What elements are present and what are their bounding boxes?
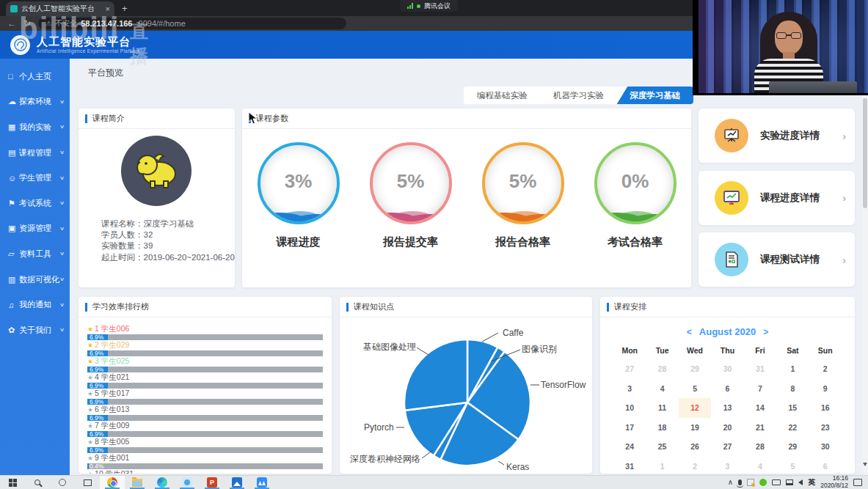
back-icon[interactable]: ← [7, 19, 16, 28]
tab-programming-basics[interactable]: 编程基础实验 [464, 87, 540, 104]
calendar-day[interactable]: 26 [679, 437, 711, 457]
calendar-day[interactable]: 27 [711, 437, 743, 457]
calendar-day[interactable]: 21 [744, 418, 776, 438]
calendar-day[interactable]: 5 [776, 457, 809, 474]
meeting-indicator[interactable]: 腾讯会议 [400, 0, 458, 12]
calendar-next-button[interactable]: > [763, 327, 768, 337]
calendar-day[interactable]: 6 [809, 457, 842, 474]
calendar-month-label: August 2020 [699, 326, 756, 337]
sidebar-item-about-us[interactable]: ✿关于我们∨ [0, 317, 70, 343]
sidebar-item-course-mgmt[interactable]: ▤课程管理∨ [0, 140, 70, 166]
calendar-day[interactable]: 25 [646, 437, 678, 457]
calendar-day[interactable]: 9 [809, 379, 842, 399]
calendar-day[interactable]: 31 [744, 359, 776, 379]
efficiency-value: 6.9% [90, 431, 103, 437]
calendar-day[interactable]: 30 [809, 437, 842, 457]
calendar-day[interactable]: 4 [744, 457, 776, 474]
calendar-day[interactable]: 2 [679, 457, 711, 474]
ranking-list: ★1 学生0066.9%★2 学生0296.9%★3 学生0256.9%★4 学… [87, 325, 323, 474]
detail-card-course-progress[interactable]: 课程进度详情› [699, 171, 855, 225]
sidebar-item-data-tools[interactable]: ▱资料工具∨ [0, 241, 70, 267]
task-view-button[interactable] [75, 476, 100, 489]
browser-tab[interactable]: 云创人工智能实验平台 × [6, 1, 114, 16]
sidebar-item-label: 资料工具 [19, 249, 60, 260]
page-scrollbar[interactable] [862, 31, 868, 475]
calendar-day[interactable]: 27 [613, 359, 646, 379]
taskbar-app-chrome[interactable] [100, 476, 125, 489]
calendar-day[interactable]: 3 [711, 457, 743, 474]
calendar-day[interactable]: 4 [646, 379, 678, 399]
scrollbar-thumb[interactable] [863, 98, 867, 208]
sidebar-item-resource-mgmt[interactable]: ▣资源管理∨ [0, 216, 70, 242]
tab-close-icon[interactable]: × [106, 4, 110, 13]
new-tab-button[interactable]: + [122, 3, 128, 14]
calendar-day[interactable]: 23 [809, 418, 842, 438]
calendar-day[interactable]: 22 [776, 418, 809, 438]
sidebar-item-home[interactable]: □个人主页 [0, 64, 70, 89]
calendar-day-today[interactable]: 12 [679, 398, 711, 418]
calendar-day[interactable]: 11 [646, 398, 678, 418]
reload-icon[interactable]: ↻ [23, 19, 31, 28]
sidebar-item-exam-system[interactable]: ⚑考试系统∨ [0, 191, 70, 216]
calendar-day[interactable]: 1 [776, 359, 809, 379]
detail-card-experiment-progress[interactable]: 实验进度详情› [699, 109, 855, 163]
calendar-day[interactable]: 6 [711, 379, 743, 399]
start-button[interactable] [0, 476, 25, 489]
calendar-day[interactable]: 24 [613, 437, 646, 457]
calendar-day[interactable]: 7 [744, 379, 776, 399]
student-name: 学生005 [101, 437, 130, 446]
volume-icon[interactable] [798, 479, 803, 485]
calendar-day[interactable]: 28 [744, 437, 776, 457]
microphone-icon[interactable] [738, 479, 742, 485]
address-bar[interactable]: ⚠ 不安全 58.213.47.166 :9094/#/home [38, 18, 346, 29]
calendar-day[interactable]: 13 [711, 398, 743, 418]
search-button[interactable] [25, 476, 50, 489]
hidden-icons-chevron-icon[interactable]: ∧ [728, 479, 733, 486]
calendar-day[interactable]: 18 [646, 418, 678, 438]
sidebar-item-explore-env[interactable]: ☁探索环境∨ [0, 89, 70, 115]
tab-deep-learning[interactable]: 深度学习基础 [617, 87, 693, 104]
tray-app-icon[interactable] [747, 479, 754, 486]
calendar-day[interactable]: 10 [613, 398, 646, 418]
calendar-day[interactable]: 17 [613, 418, 646, 438]
calendar-day[interactable]: 5 [679, 379, 711, 399]
cortana-button[interactable] [50, 476, 75, 489]
taskbar-app-edge[interactable] [150, 476, 175, 489]
calendar-prev-button[interactable]: < [687, 327, 692, 337]
calendar-day[interactable]: 3 [613, 379, 646, 399]
calendar-day[interactable]: 19 [679, 418, 711, 438]
taskbar-app-powerpoint[interactable]: P [200, 476, 225, 489]
student-name: 学生021 [101, 372, 130, 381]
calendar-day[interactable]: 16 [809, 398, 842, 418]
calendar-day[interactable]: 29 [776, 437, 809, 457]
calendar-day[interactable]: 31 [613, 457, 646, 474]
ime-indicator[interactable]: 英 [808, 477, 815, 488]
calendar-day[interactable]: 30 [711, 359, 743, 379]
calendar-day[interactable]: 2 [809, 359, 842, 379]
detail-card-course-test[interactable]: 课程测试详情› [699, 232, 855, 287]
keyboard-icon[interactable] [772, 479, 781, 485]
tab-machine-learning[interactable]: 机器学习实验 [540, 87, 616, 104]
sidebar-item-student-mgmt[interactable]: ☺学生管理∨ [0, 165, 70, 191]
calendar-day[interactable]: 20 [711, 418, 743, 438]
sidebar-item-data-viz[interactable]: ▥数据可视化∨ [0, 267, 70, 293]
calendar-day[interactable]: 28 [646, 359, 678, 379]
sidebar-item-my-experiments[interactable]: ▦我的实验∨ [0, 114, 70, 140]
calendar-day[interactable]: 29 [679, 359, 711, 379]
calendar-day[interactable]: 8 [776, 379, 809, 399]
taskbar-app-photos[interactable] [225, 476, 249, 489]
calendar-day[interactable]: 15 [776, 398, 809, 418]
paw-icon: ✿ [8, 326, 19, 335]
calendar-day[interactable]: 14 [744, 398, 776, 418]
wechat-icon[interactable] [759, 479, 767, 486]
student-name: 学生013 [101, 405, 130, 413]
taskbar-clock[interactable]: 16:16 2020/8/12 [820, 475, 848, 489]
calendar-day[interactable]: 1 [646, 457, 678, 474]
notification-center-icon[interactable] [853, 479, 862, 486]
network-icon[interactable] [786, 479, 793, 485]
taskbar-app-file-explorer[interactable] [125, 476, 150, 489]
sidebar-item-my-notices[interactable]: ♫我的通知∨ [0, 292, 70, 317]
scrollbar-down-icon[interactable] [863, 463, 867, 466]
taskbar-app-voov-meeting[interactable] [249, 476, 274, 489]
taskbar-app-qq[interactable] [175, 476, 200, 489]
